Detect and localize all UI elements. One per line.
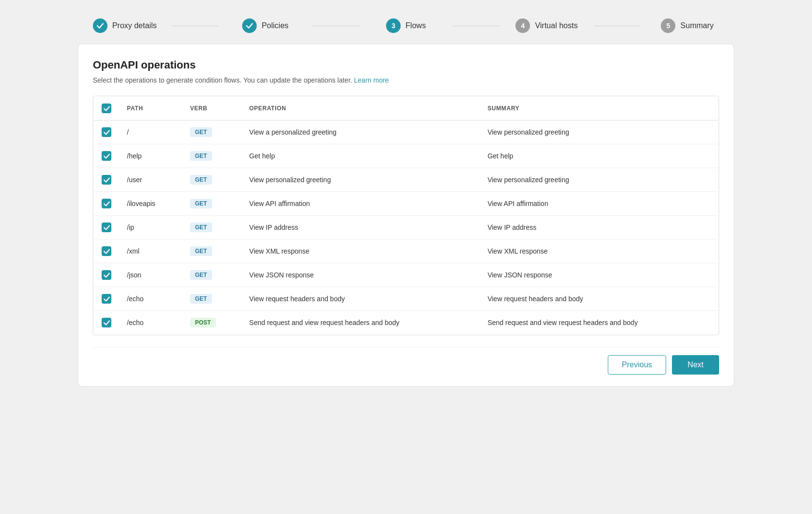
- step-separator: [312, 26, 359, 26]
- row-path: /ip: [119, 216, 182, 240]
- select-all-checkbox[interactable]: [102, 103, 111, 113]
- card-footer: Previous Next: [93, 347, 719, 375]
- step-icon-virtual-hosts: 4: [515, 18, 530, 33]
- verb-badge-get: GET: [190, 223, 212, 232]
- row-operation: View XML response: [242, 240, 480, 263]
- table-body: /GETView a personalized greetingView per…: [94, 120, 719, 335]
- row-verb: GET: [182, 287, 242, 311]
- header-summary: SUMMARY: [480, 97, 719, 120]
- row-operation: Get help: [242, 144, 480, 168]
- row-path: /user: [119, 168, 182, 192]
- header-verb: VERB: [182, 97, 242, 120]
- row-summary: View XML response: [480, 240, 719, 263]
- row-verb: GET: [182, 120, 242, 144]
- table-row: /helpGETGet helpGet help: [94, 144, 719, 168]
- row-checkbox-cell: [94, 168, 120, 192]
- row-checkbox-cell: [94, 240, 120, 263]
- step-virtual-hosts[interactable]: 4Virtual hosts: [500, 18, 594, 33]
- table-row: /ipGETView IP addressView IP address: [94, 216, 719, 240]
- step-summary[interactable]: 5Summary: [640, 18, 734, 33]
- step-label-flows: Flows: [406, 21, 426, 30]
- step-separator: [594, 26, 640, 26]
- table-row: /echoGETView request headers and bodyVie…: [94, 287, 719, 311]
- row-operation: View API affirmation: [242, 192, 480, 216]
- stepper: Proxy detailsPolicies3Flows4Virtual host…: [78, 10, 734, 44]
- verb-badge-get: GET: [190, 270, 212, 280]
- step-policies[interactable]: Policies: [218, 18, 312, 33]
- header-checkbox-cell: [94, 97, 120, 120]
- row-operation: View request headers and body: [242, 287, 480, 311]
- row-operation: View personalized greeting: [242, 168, 480, 192]
- row-summary: View personalized greeting: [480, 168, 719, 192]
- previous-button[interactable]: Previous: [608, 355, 666, 375]
- verb-badge-get: GET: [190, 199, 212, 208]
- step-icon-proxy-details: [93, 18, 107, 33]
- step-label-summary: Summary: [680, 21, 713, 30]
- row-checkbox-cell: [94, 120, 120, 144]
- subtitle-text: Select the operations to generate condit…: [93, 76, 354, 84]
- header-path: PATH: [119, 97, 182, 120]
- row-summary: View JSON response: [480, 263, 719, 287]
- row-summary: View API affirmation: [480, 192, 719, 216]
- learn-more-link[interactable]: Learn more: [354, 76, 389, 84]
- row-summary: View request headers and body: [480, 287, 719, 311]
- row-operation: View IP address: [242, 216, 480, 240]
- next-button[interactable]: Next: [672, 355, 719, 375]
- step-label-proxy-details: Proxy details: [112, 21, 157, 30]
- row-operation: View JSON response: [242, 263, 480, 287]
- row-verb: GET: [182, 144, 242, 168]
- step-proxy-details[interactable]: Proxy details: [78, 18, 172, 33]
- row-path: /iloveapis: [119, 192, 182, 216]
- table-row: /xmlGETView XML responseView XML respons…: [94, 240, 719, 263]
- row-path: /json: [119, 263, 182, 287]
- verb-badge-get: GET: [190, 246, 212, 256]
- row-checkbox-1[interactable]: [102, 151, 111, 161]
- row-checkbox-5[interactable]: [102, 246, 111, 256]
- verb-badge-get: GET: [190, 175, 212, 185]
- row-summary: View personalized greeting: [480, 120, 719, 144]
- verb-badge-get: GET: [190, 127, 212, 137]
- table-row: /iloveapisGETView API affirmationView AP…: [94, 192, 719, 216]
- step-flows[interactable]: 3Flows: [359, 18, 453, 33]
- row-path: /: [119, 120, 182, 144]
- row-checkbox-3[interactable]: [102, 199, 111, 208]
- row-checkbox-cell: [94, 192, 120, 216]
- row-checkbox-8[interactable]: [102, 318, 111, 327]
- table-row: /jsonGETView JSON responseView JSON resp…: [94, 263, 719, 287]
- row-summary: View IP address: [480, 216, 719, 240]
- operations-table: PATH VERB OPERATION SUMMARY /GETView a p…: [93, 96, 719, 335]
- table-row: /GETView a personalized greetingView per…: [94, 120, 719, 144]
- row-checkbox-7[interactable]: [102, 294, 111, 304]
- verb-badge-post: POST: [190, 318, 216, 327]
- table-row: /userGETView personalized greetingView p…: [94, 168, 719, 192]
- row-checkbox-2[interactable]: [102, 175, 111, 185]
- row-checkbox-cell: [94, 287, 120, 311]
- row-checkbox-cell: [94, 144, 120, 168]
- row-path: /echo: [119, 287, 182, 311]
- row-operation: Send request and view request headers an…: [242, 311, 480, 335]
- step-icon-policies: [242, 18, 257, 33]
- row-summary: Get help: [480, 144, 719, 168]
- row-summary: Send request and view request headers an…: [480, 311, 719, 335]
- table-header: PATH VERB OPERATION SUMMARY: [94, 97, 719, 120]
- row-checkbox-0[interactable]: [102, 127, 111, 137]
- step-icon-flows: 3: [386, 18, 401, 33]
- row-verb: GET: [182, 168, 242, 192]
- row-verb: GET: [182, 240, 242, 263]
- table-row: /echoPOSTSend request and view request h…: [94, 311, 719, 335]
- step-separator: [453, 26, 499, 26]
- row-checkbox-4[interactable]: [102, 223, 111, 232]
- main-card: OpenAPI operations Select the operations…: [78, 44, 734, 387]
- card-title: OpenAPI operations: [93, 59, 719, 71]
- step-label-virtual-hosts: Virtual hosts: [535, 21, 578, 30]
- step-label-policies: Policies: [262, 21, 288, 30]
- row-checkbox-cell: [94, 216, 120, 240]
- row-verb: GET: [182, 192, 242, 216]
- verb-badge-get: GET: [190, 294, 212, 304]
- row-verb: GET: [182, 263, 242, 287]
- row-verb: GET: [182, 216, 242, 240]
- row-checkbox-cell: [94, 311, 120, 335]
- step-icon-summary: 5: [661, 18, 675, 33]
- row-checkbox-cell: [94, 263, 120, 287]
- row-checkbox-6[interactable]: [102, 270, 111, 280]
